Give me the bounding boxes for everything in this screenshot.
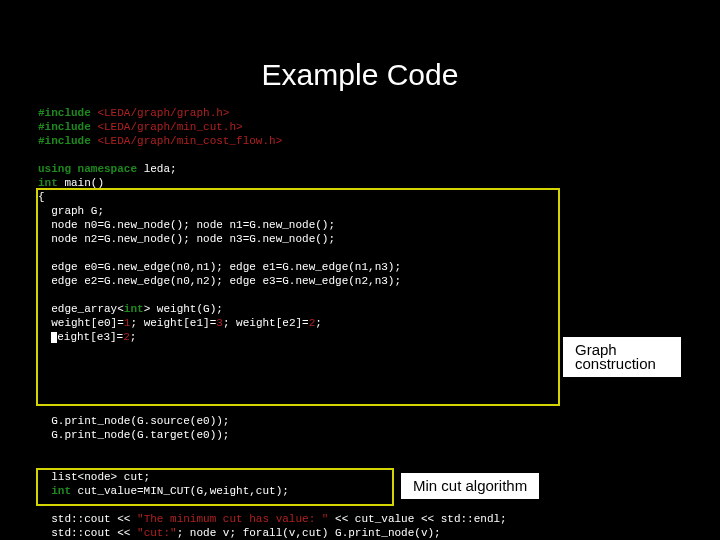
num: 3 [216,317,223,329]
code-text [38,331,51,343]
code-text: G.print_node(G.source(e0)); [38,415,229,427]
code-text: std::cout << [38,513,137,525]
code-text: << cut_value << std::endl; [328,513,506,525]
code-text: ; weight[e1]= [130,317,216,329]
code-text: ; [130,331,137,343]
code-text: graph G; [38,205,104,217]
code-text: list<node> cut; [38,471,150,483]
inc-path: <LEDA/graph/min_cost_flow.h> [97,135,282,147]
code-text: weight[e0]= [38,317,124,329]
code-text: G.print_node(G.target(e0)); [38,429,229,441]
inc-path: <LEDA/graph/graph.h> [97,107,229,119]
code-text: > weight(G); [144,303,223,315]
kw-int: int [38,177,64,189]
callout-graph: Graph construction [562,336,682,378]
code-text: ; [315,317,322,329]
code-text: edge e0=G.new_edge(n0,n1); edge e1=G.new… [38,261,401,273]
code-text: { [38,191,45,203]
code-text: ; node v; forall(v,cut) G.print_node(v); [177,527,441,539]
slide-title: Example Code [0,0,720,106]
code-text: std::cout << [38,527,137,539]
kw-include: #include [38,135,97,147]
inc-path: <LEDA/graph/min_cut.h> [97,121,242,133]
kw-include: #include [38,121,97,133]
kw-int: int [38,485,78,497]
code-text: edge e2=G.new_edge(n0,n2); edge e3=G.new… [38,275,401,287]
str: "cut:" [137,527,177,539]
code-text: eight[e3]= [57,331,123,343]
code-text: node n2=G.new_node(); node n3=G.new_node… [38,233,335,245]
kw-include: #include [38,107,97,119]
str: "The minimum cut has value: " [137,513,328,525]
kw-using: using namespace [38,163,144,175]
code-text: main() [64,177,104,189]
num: 2 [123,331,130,343]
code-text: leda; [144,163,177,175]
kw-int: int [124,303,144,315]
code-text: node n0=G.new_node(); node n1=G.new_node… [38,219,335,231]
code-block: #include <LEDA/graph/graph.h> #include <… [38,106,682,540]
code-text: ; weight[e2]= [223,317,309,329]
callout-mincut: Min cut algorithm [400,472,540,500]
code-text: cut_value=MIN_CUT(G,weight,cut); [78,485,289,497]
code-text: edge_array< [38,303,124,315]
